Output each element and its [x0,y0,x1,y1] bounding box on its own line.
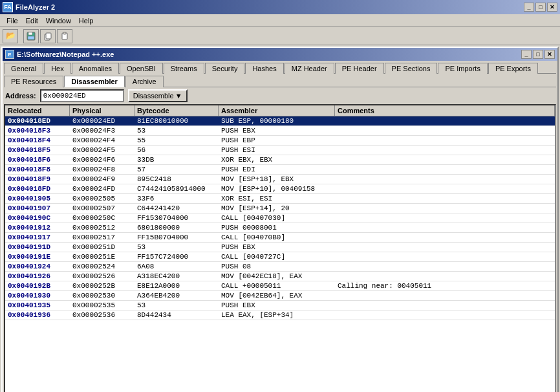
cell-comments [335,126,555,135]
cell-relocated: 0x00401924 [5,262,70,271]
cell-bytecode: 81EC80010000 [135,116,219,125]
table-row[interactable]: 0x00401907 0x00002507 C644241420 MOV [ES… [5,204,555,213]
cell-physical: 0x000024F3 [70,126,135,135]
disassemble-button[interactable]: Disassemble ▼ [128,89,188,102]
col-header-assembler: Assembler [219,105,335,116]
cell-relocated: 0x00401905 [5,194,70,203]
table-row[interactable]: 0x004018FD 0x000024FD C744241058914000 M… [5,184,555,194]
menu-window[interactable]: Window [42,16,75,26]
tab-disassembler[interactable]: Disassembler [64,76,125,87]
tab-pe-resources[interactable]: PE Resources [4,76,63,87]
app-title: FileAlyzer 2 [16,3,55,11]
table-row[interactable]: 0x004018F3 0x000024F3 53 PUSH EBX [5,126,555,136]
table-row[interactable]: 0x004018F9 0x000024F9 895C2418 MOV [ESP+… [5,175,555,184]
table-row[interactable]: 0x004018F4 0x000024F4 55 PUSH EBP [5,136,555,146]
col-header-bytecode: Bytecode [135,105,219,116]
tab-hashes[interactable]: Hashes [245,63,283,74]
cell-relocated: 0x004018F5 [5,146,70,155]
toolbar-save-button[interactable] [23,29,39,43]
table-row[interactable]: 0x00401912 0x00002512 6801800000 PUSH 00… [5,223,555,233]
close-button[interactable]: ✕ [547,3,557,12]
tab-pe-header[interactable]: PE Header [335,63,384,74]
table-row[interactable]: 0x004018ED 0x000024ED 81EC80010000 SUB E… [5,116,555,126]
cell-relocated: 0x0040192B [5,281,70,290]
col-header-relocated: Relocated [5,105,70,116]
cell-comments [335,213,555,223]
tab-pe-exports[interactable]: PE Exports [488,63,538,74]
table-row[interactable]: 0x00401936 0x00002536 8D442434 LEA EAX, … [5,310,555,320]
menu-file[interactable]: File [3,16,22,26]
title-bar: FA FileAlyzer 2 _ □ ✕ [0,0,560,14]
cell-relocated: 0x00401912 [5,223,70,232]
table-row[interactable]: 0x0040191D 0x0000251D 53 PUSH EBX [5,243,555,252]
col-header-physical: Physical [70,105,135,116]
tab-pe-imports[interactable]: PE Imports [438,63,487,74]
cell-relocated: 0x00401936 [5,310,70,320]
toolbar-paste-button[interactable] [57,29,72,43]
menu-help[interactable]: Help [75,16,98,26]
cell-relocated: 0x004018ED [5,116,70,125]
table-row[interactable]: 0x004018F6 0x000024F6 33DB XOR EBX, EBX [5,155,555,165]
cell-physical: 0x00002524 [70,262,135,271]
maximize-button[interactable]: □ [535,3,546,12]
inner-window-title: E:\Softwarez\Notepad ++.exe [17,50,114,58]
cell-bytecode: C644241420 [135,204,219,213]
cell-physical: 0x000024F4 [70,136,135,145]
toolbar-copy-button[interactable] [40,29,56,43]
inner-close-button[interactable]: ✕ [544,50,555,59]
table-row[interactable]: 0x00401917 0x00002517 FF15B0704000 CALL … [5,233,555,243]
cell-assembler: PUSH EDI [219,165,335,174]
table-row[interactable]: 0x0040192B 0x0000252B E8E12A0000 CALL +0… [5,281,555,291]
cell-physical: 0x0000251E [70,252,135,261]
cell-comments [335,262,555,271]
inner-minimize-button[interactable]: _ [521,50,532,59]
table-row[interactable]: 0x004018F8 0x000024F8 57 PUSH EDI [5,165,555,175]
cell-assembler: CALL [004070B0] [219,233,335,242]
cell-physical: 0x00002535 [70,301,135,310]
cell-bytecode: 53 [135,126,219,135]
tab-general[interactable]: General [4,63,43,74]
cell-comments [335,243,555,252]
menu-edit[interactable]: Edit [22,16,42,26]
cell-bytecode: 33F6 [135,194,219,203]
cell-assembler: MOV [ESP+14], 20 [219,204,335,213]
cell-relocated: 0x00401907 [5,204,70,213]
toolbar-open-button[interactable]: 📂 [3,29,18,43]
cell-bytecode: A364EB4200 [135,291,219,300]
inner-maximize-button[interactable]: □ [533,50,543,59]
cell-bytecode: 56 [135,146,219,155]
cell-physical: 0x000024F9 [70,175,135,184]
address-label: Address: [5,92,36,100]
cell-relocated: 0x0040190C [5,213,70,223]
cell-bytecode: 33DB [135,155,219,164]
address-input[interactable] [40,89,124,102]
tabs-row2: PE Resources Disassembler Archive [3,74,557,87]
tab-hex[interactable]: Hex [44,63,71,74]
table-row[interactable]: 0x0040191E 0x0000251E FF157C724000 CALL … [5,252,555,262]
table-row[interactable]: 0x00401924 0x00002524 6A08 PUSH 08 [5,262,555,272]
cell-relocated: 0x00401926 [5,272,70,281]
table-row[interactable]: 0x0040190C 0x0000250C FF1530704000 CALL … [5,213,555,223]
tab-mz-header[interactable]: MZ Header [285,63,334,74]
inner-title-bar: E E:\Softwarez\Notepad ++.exe _ □ ✕ [3,48,557,61]
table-body[interactable]: 0x004018ED 0x000024ED 81EC80010000 SUB E… [5,116,555,392]
app-icon: FA [3,2,13,12]
cell-assembler: PUSH EBX [219,301,335,310]
tab-security[interactable]: Security [205,63,245,74]
table-row[interactable]: 0x00401926 0x00002526 A318EC4200 MOV [00… [5,272,555,281]
tab-pe-sections[interactable]: PE Sections [385,63,438,74]
svg-rect-1 [28,32,32,35]
svg-rect-2 [28,36,34,39]
cell-assembler: MOV [0042EB64], EAX [219,291,335,300]
tab-anomalies[interactable]: Anomalies [72,63,119,74]
minimize-button[interactable]: _ [524,3,534,12]
table-row[interactable]: 0x00401935 0x00002535 53 PUSH EBX [5,301,555,310]
tab-opensbi[interactable]: OpenSBI [120,63,163,74]
table-row[interactable]: 0x004018F5 0x000024F5 56 PUSH ESI [5,146,555,155]
inner-window-icon: E [5,50,14,59]
tab-streams[interactable]: Streams [164,63,204,74]
table-row[interactable]: 0x00401930 0x00002530 A364EB4200 MOV [00… [5,291,555,301]
table-row[interactable]: 0x00401905 0x00002505 33F6 XOR ESI, ESI [5,194,555,204]
tab-archive[interactable]: Archive [125,76,164,87]
cell-relocated: 0x004018FD [5,184,70,193]
